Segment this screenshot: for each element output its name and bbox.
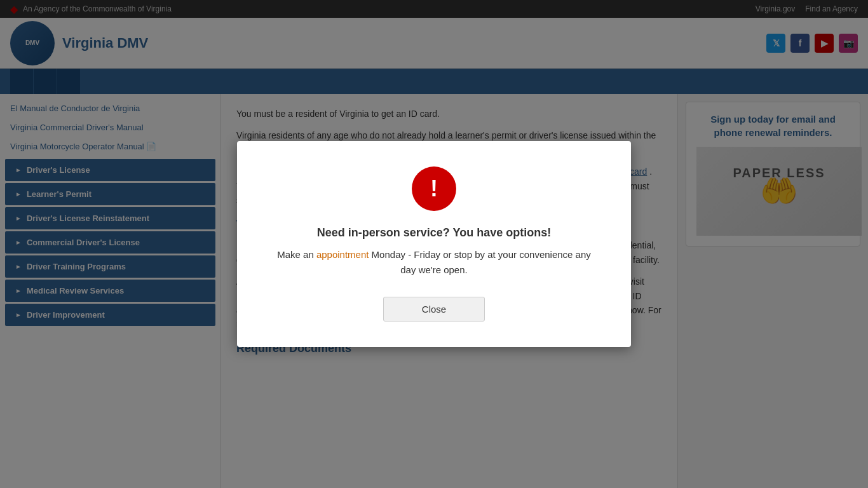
modal-alert-icon: ! xyxy=(412,166,456,211)
modal-body: Make an appointment Monday - Friday or s… xyxy=(269,247,599,278)
appointment-link[interactable]: appointment xyxy=(316,249,369,260)
close-button[interactable]: Close xyxy=(383,297,485,322)
modal-body-part1: Make an xyxy=(277,249,316,260)
modal-overlay: ! Need in-person service? You have optio… xyxy=(0,0,868,488)
modal-title: Need in-person service? You have options… xyxy=(269,226,599,240)
modal-dialog: ! Need in-person service? You have optio… xyxy=(237,141,631,347)
modal-body-part2: Monday - Friday or stop by at your conve… xyxy=(369,249,590,275)
